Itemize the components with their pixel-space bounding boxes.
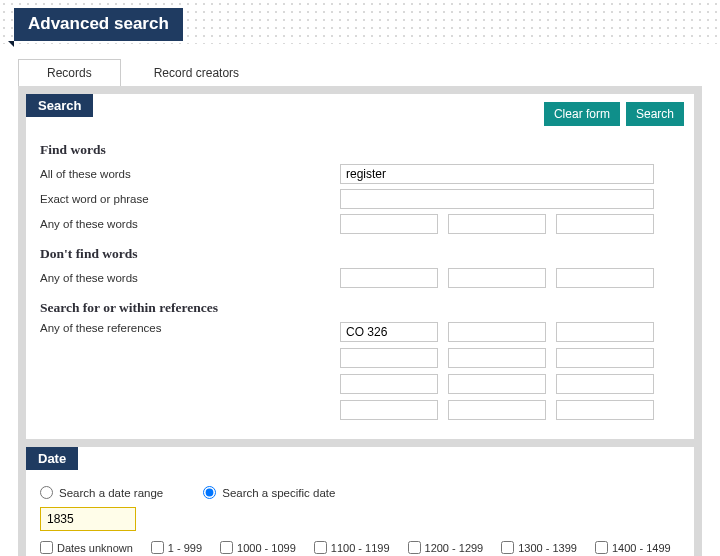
ref-input-6[interactable] [556, 348, 654, 368]
date-bucket-label: 1100 - 1199 [331, 542, 390, 554]
tab-records[interactable]: Records [18, 59, 121, 86]
date-bucket-label: Dates unknown [57, 542, 133, 554]
ref-input-10[interactable] [340, 400, 438, 420]
date-panel-label: Date [26, 447, 78, 470]
dont-any-input-1[interactable] [340, 268, 438, 288]
any-words-label: Any of these words [40, 218, 340, 230]
date-bucket-0[interactable]: Dates unknown [40, 541, 133, 554]
date-bucket-2[interactable]: 1000 - 1099 [220, 541, 296, 554]
date-bucket-4[interactable]: 1200 - 1299 [408, 541, 484, 554]
date-range-option[interactable]: Search a date range [40, 486, 163, 499]
ref-input-3[interactable] [556, 322, 654, 342]
any-words-input-3[interactable] [556, 214, 654, 234]
date-bucket-checkbox-0[interactable] [40, 541, 53, 554]
find-words-title: Find words [40, 142, 680, 158]
date-bucket-checkbox-3[interactable] [314, 541, 327, 554]
ref-input-8[interactable] [448, 374, 546, 394]
date-bucket-checkbox-1[interactable] [151, 541, 164, 554]
refs-title: Search for or within references [40, 300, 680, 316]
date-bucket-checkbox-4[interactable] [408, 541, 421, 554]
ref-input-7[interactable] [340, 374, 438, 394]
specific-year-input[interactable] [40, 507, 136, 531]
any-words-input-1[interactable] [340, 214, 438, 234]
exact-phrase-label: Exact word or phrase [40, 193, 340, 205]
any-words-input-2[interactable] [448, 214, 546, 234]
date-bucket-label: 1300 - 1399 [518, 542, 577, 554]
search-panel: Search Clear form Search Find words All … [26, 94, 694, 439]
tab-record-creators[interactable]: Record creators [125, 59, 268, 86]
search-panel-label: Search [26, 94, 93, 117]
all-words-input[interactable] [340, 164, 654, 184]
date-specific-label: Search a specific date [222, 487, 335, 499]
dont-any-input-3[interactable] [556, 268, 654, 288]
any-refs-label: Any of these references [40, 322, 340, 334]
search-button[interactable]: Search [626, 102, 684, 126]
ref-input-5[interactable] [448, 348, 546, 368]
ref-input-1[interactable] [340, 322, 438, 342]
date-bucket-3[interactable]: 1100 - 1199 [314, 541, 390, 554]
date-specific-radio[interactable] [203, 486, 216, 499]
all-words-label: All of these words [40, 168, 340, 180]
date-bucket-checkbox-6[interactable] [595, 541, 608, 554]
date-buckets: Dates unknown1 - 9991000 - 10991100 - 11… [40, 541, 680, 556]
ref-input-9[interactable] [556, 374, 654, 394]
date-panel: Date Search a date range Search a specif… [26, 447, 694, 556]
tab-bar: Records Record creators [18, 59, 720, 86]
page-title: Advanced search [14, 8, 183, 41]
date-bucket-1[interactable]: 1 - 999 [151, 541, 202, 554]
dont-find-title: Don't find words [40, 246, 680, 262]
date-bucket-label: 1400 - 1499 [612, 542, 671, 554]
ref-input-2[interactable] [448, 322, 546, 342]
dont-any-label: Any of these words [40, 272, 340, 284]
date-range-label: Search a date range [59, 487, 163, 499]
date-bucket-label: 1200 - 1299 [425, 542, 484, 554]
date-bucket-label: 1 - 999 [168, 542, 202, 554]
ref-input-4[interactable] [340, 348, 438, 368]
date-bucket-checkbox-2[interactable] [220, 541, 233, 554]
ref-input-12[interactable] [556, 400, 654, 420]
date-bucket-5[interactable]: 1300 - 1399 [501, 541, 577, 554]
ref-input-11[interactable] [448, 400, 546, 420]
date-bucket-6[interactable]: 1400 - 1499 [595, 541, 671, 554]
date-specific-option[interactable]: Search a specific date [203, 486, 335, 499]
date-bucket-label: 1000 - 1099 [237, 542, 296, 554]
clear-form-button[interactable]: Clear form [544, 102, 620, 126]
date-range-radio[interactable] [40, 486, 53, 499]
exact-phrase-input[interactable] [340, 189, 654, 209]
dont-any-input-2[interactable] [448, 268, 546, 288]
date-bucket-checkbox-5[interactable] [501, 541, 514, 554]
